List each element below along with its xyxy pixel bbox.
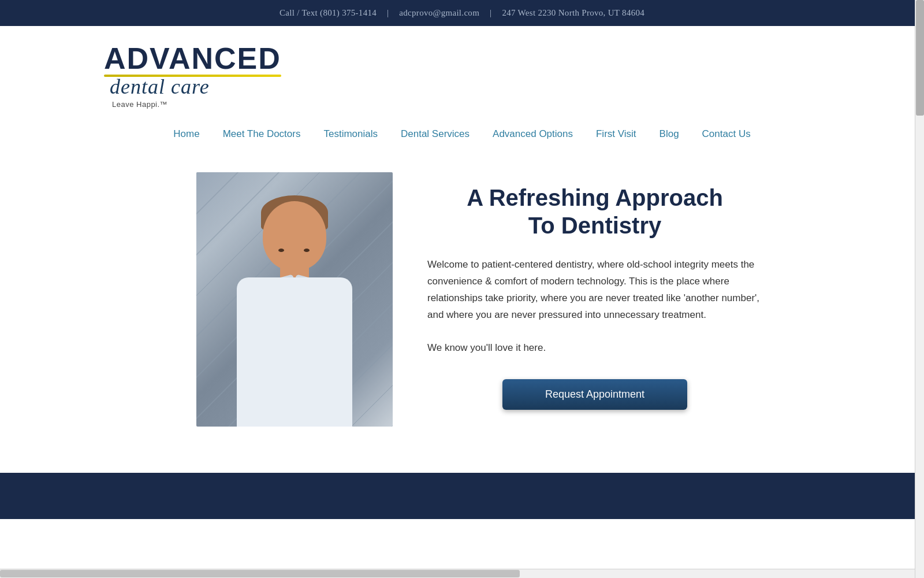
horizontal-scrollbar-thumb[interactable] (0, 570, 520, 577)
nav-first-visit[interactable]: First Visit (596, 128, 636, 140)
main-nav: Home Meet The Doctors Testimonials Denta… (0, 114, 924, 149)
logo-advanced: ADVANCED (104, 43, 281, 77)
address-info: 247 West 2230 North Provo, UT 84604 (502, 8, 644, 18)
doctor-photo (196, 172, 393, 427)
nav-home[interactable]: Home (173, 128, 199, 140)
scrollbar-thumb[interactable] (916, 0, 924, 116)
nav-blog[interactable]: Blog (660, 128, 679, 140)
nav-dental-services[interactable]: Dental Services (401, 128, 470, 140)
request-appointment-button[interactable]: Request Appointment (502, 379, 687, 410)
nav-testimonials[interactable]: Testimonials (323, 128, 378, 140)
top-bar: Call / Text (801) 375-1414 | adcprovo@gm… (0, 0, 924, 26)
nav-contact-us[interactable]: Contact Us (702, 128, 751, 140)
nav-advanced-options[interactable]: Advanced Options (493, 128, 573, 140)
phone-info[interactable]: Call / Text (801) 375-1414 (280, 8, 377, 18)
hero-tagline: We know you'll love it here. (427, 340, 762, 357)
logo-dental-care: dental care (104, 75, 210, 99)
nav-meet-the-doctors[interactable]: Meet The Doctors (223, 128, 301, 140)
vertical-scrollbar[interactable] (915, 0, 924, 578)
hero-content: A Refreshing Approach To Dentistry Welco… (427, 172, 762, 410)
email-info[interactable]: adcprovo@gmail.com (399, 8, 479, 18)
logo-tagline: Leave Happi.™ (104, 100, 167, 109)
horizontal-scrollbar[interactable] (0, 569, 915, 578)
hero-section: A Refreshing Approach To Dentistry Welco… (0, 149, 924, 461)
logo[interactable]: ADVANCED dental care Leave Happi.™ (104, 43, 281, 109)
separator-2: | (490, 8, 491, 18)
separator-1: | (387, 8, 389, 18)
doctor-image (196, 172, 393, 427)
hero-title: A Refreshing Approach To Dentistry (427, 184, 762, 239)
hero-body: Welcome to patient-centered dentistry, w… (427, 257, 762, 324)
header: ADVANCED dental care Leave Happi.™ (0, 26, 924, 114)
footer (0, 473, 924, 519)
